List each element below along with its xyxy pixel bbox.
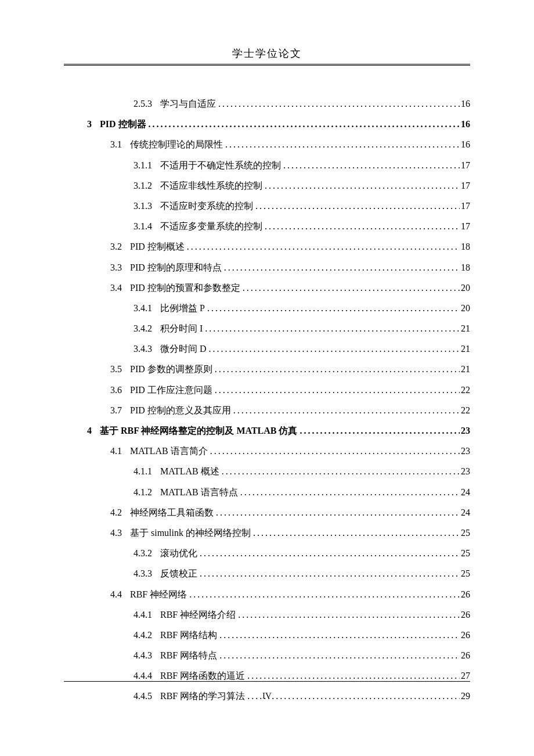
page-number: IV [0, 691, 534, 701]
page-content: 学士学位论文 2.5.3学习与自适应163PID 控制器163.1传统控制理论的… [0, 0, 534, 707]
toc-entry-number: 3.1 [110, 134, 130, 154]
toc-entry-page: 22 [460, 380, 470, 400]
toc-leader-dots [187, 584, 460, 604]
toc-entry: 4.4.2RBF 网络结构26 [64, 625, 470, 645]
toc-entry-page: 18 [460, 236, 470, 257]
toc-entry-page: 26 [460, 584, 470, 604]
toc-entry: 3PID 控制器16 [64, 114, 470, 134]
toc-entry: 4.3.3反馈校正25 [64, 563, 470, 584]
toc-entry-number: 3.4.2 [134, 318, 160, 339]
toc-entry-page: 18 [460, 257, 470, 278]
toc-entry-page: 21 [460, 318, 470, 339]
toc-entry-page: 25 [460, 523, 470, 543]
toc-entry-label: 滚动优化 [160, 543, 197, 563]
toc-leader-dots [231, 400, 460, 420]
toc-entry-page: 17 [460, 216, 470, 236]
toc-entry-number: 3.1.3 [134, 196, 160, 216]
toc-entry: 4基于 RBF 神经网络整定的控制及 MATLAB 仿真23 [64, 420, 470, 441]
toc-entry-label: 不适用于不确定性系统的控制 [160, 155, 281, 175]
toc-entry: 4.1.1MATLAB 概述23 [64, 461, 470, 481]
toc-entry-number: 3.4 [110, 278, 130, 298]
toc-entry-label: RBF 网络结构 [160, 625, 217, 645]
toc-leader-dots [222, 257, 460, 278]
toc-entry-number: 3.5 [110, 359, 130, 379]
toc-entry-label: PID 工作应注意问题 [130, 380, 212, 400]
toc-entry-label: MATLAB 概述 [160, 461, 219, 481]
toc-leader-dots [207, 339, 460, 359]
toc-entry-label: PID 控制的预置和参数整定 [130, 278, 240, 298]
toc-entry: 4.3基于 simulink 的神经网络控制25 [64, 523, 470, 543]
toc-entry: 4.3.2滚动优化25 [64, 543, 470, 563]
toc-entry-page: 23 [460, 461, 470, 481]
footer-rule [64, 681, 470, 682]
header-rule-bottom [64, 65, 470, 66]
toc-entry: 3.1传统控制理论的局限性16 [64, 134, 470, 154]
toc-entry: 3.3PID 控制的原理和特点18 [64, 257, 470, 278]
toc-leader-dots [245, 665, 460, 686]
toc-entry-number: 4 [87, 420, 100, 441]
toc-entry-page: 20 [460, 298, 470, 318]
toc-entry-number: 3.2 [110, 236, 130, 257]
toc-entry: 3.2PID 控制概述18 [64, 236, 470, 257]
toc-entry-number: 4.1 [110, 441, 130, 461]
toc-entry-number: 4.4.1 [134, 604, 160, 625]
toc-leader-dots [214, 502, 460, 523]
toc-entry-label: 比例增益 P [160, 298, 205, 318]
toc-leader-dots [185, 236, 460, 257]
toc-entry-number: 3.1.2 [134, 175, 160, 196]
toc-leader-dots [205, 298, 460, 318]
toc-entry-number: 3 [87, 114, 100, 134]
toc-entry-page: 27 [460, 665, 470, 686]
toc-leader-dots [236, 604, 460, 625]
toc-leader-dots [251, 523, 460, 543]
toc-entry-number: 3.1.4 [134, 216, 160, 236]
toc-entry-number: 4.2 [110, 502, 130, 523]
toc-entry-page: 20 [460, 278, 470, 298]
toc-entry: 3.1.3不适应时变系统的控制17 [64, 196, 470, 216]
toc-entry-number: 4.4.4 [134, 665, 160, 686]
toc-entry-label: PID 参数的调整原则 [130, 359, 212, 379]
page-header-title: 学士学位论文 [64, 46, 470, 64]
toc-entry: 3.1.2不适应非线性系统的控制17 [64, 175, 470, 196]
toc-entry-label: 神经网络工具箱函数 [130, 502, 214, 523]
toc-entry-label: RBF 网络函数的逼近 [160, 665, 245, 686]
toc-entry-label: 基于 RBF 神经网络整定的控制及 MATLAB 仿真 [100, 420, 297, 441]
toc-entry-label: PID 控制的原理和特点 [130, 257, 222, 278]
toc-entry-page: 26 [460, 604, 470, 625]
toc-entry: 3.7PID 控制的意义及其应用22 [64, 400, 470, 420]
toc-entry-page: 25 [460, 543, 470, 563]
toc-entry: 3.1.1不适用于不确定性系统的控制17 [64, 155, 470, 175]
toc-entry-number: 3.4.3 [134, 339, 160, 359]
toc-leader-dots [253, 196, 460, 216]
toc-leader-dots [212, 359, 460, 379]
toc-entry-number: 3.1.1 [134, 155, 160, 175]
toc-leader-dots [197, 543, 460, 563]
toc-entry-page: 21 [460, 339, 470, 359]
toc-leader-dots [262, 216, 460, 236]
header-rule-top [64, 64, 470, 64]
toc-entry-number: 3.4.1 [134, 298, 160, 318]
toc-leader-dots [219, 461, 460, 481]
toc-entry-number: 4.4 [110, 584, 130, 604]
toc-entry-page: 21 [460, 359, 470, 379]
toc-entry-number: 4.4.3 [134, 645, 160, 665]
toc-leader-dots [217, 645, 460, 665]
toc-leader-dots [281, 155, 460, 175]
toc-entry: 2.5.3学习与自适应16 [64, 93, 470, 114]
toc-entry-label: 学习与自适应 [160, 93, 216, 114]
toc-leader-dots [262, 175, 460, 196]
toc-entry-page: 16 [460, 93, 470, 114]
toc-leader-dots [297, 420, 460, 441]
toc-entry-label: 不适应多变量系统的控制 [160, 216, 262, 236]
toc-entry: 4.4.1RBF 神经网络介绍26 [64, 604, 470, 625]
toc-entry-page: 17 [460, 196, 470, 216]
toc-entry-page: 16 [460, 114, 470, 134]
toc-leader-dots [223, 134, 460, 154]
toc-entry-label: RBF 神经网络介绍 [160, 604, 236, 625]
toc-leader-dots [217, 625, 460, 645]
toc-entry-label: PID 控制概述 [130, 236, 185, 257]
toc-entry-number: 4.1.1 [134, 461, 160, 481]
toc-leader-dots [197, 563, 460, 584]
toc-entry: 3.4.1比例增益 P20 [64, 298, 470, 318]
table-of-contents: 2.5.3学习与自适应163PID 控制器163.1传统控制理论的局限性163.… [64, 93, 470, 707]
